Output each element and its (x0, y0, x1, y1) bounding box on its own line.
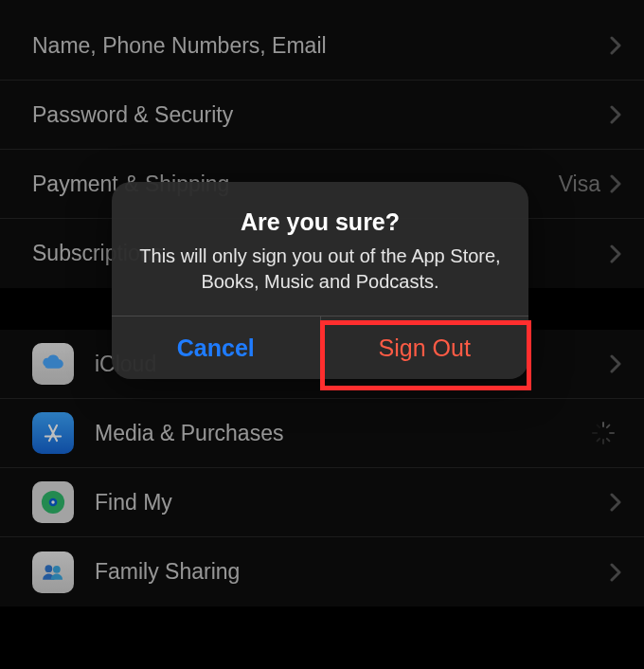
alert-message: This will only sign you out of the App S… (133, 244, 508, 295)
alert-body: Are you sure? This will only sign you ou… (112, 182, 528, 316)
alert-buttons: Cancel Sign Out (112, 316, 528, 379)
confirm-signout-alert: Are you sure? This will only sign you ou… (112, 182, 528, 379)
signout-button[interactable]: Sign Out (321, 316, 529, 379)
alert-title: Are you sure? (133, 208, 508, 236)
settings-screen: Name, Phone Numbers, Email Password & Se… (0, 0, 644, 669)
modal-backdrop: Are you sure? This will only sign you ou… (0, 0, 644, 669)
cancel-button[interactable]: Cancel (112, 316, 321, 379)
